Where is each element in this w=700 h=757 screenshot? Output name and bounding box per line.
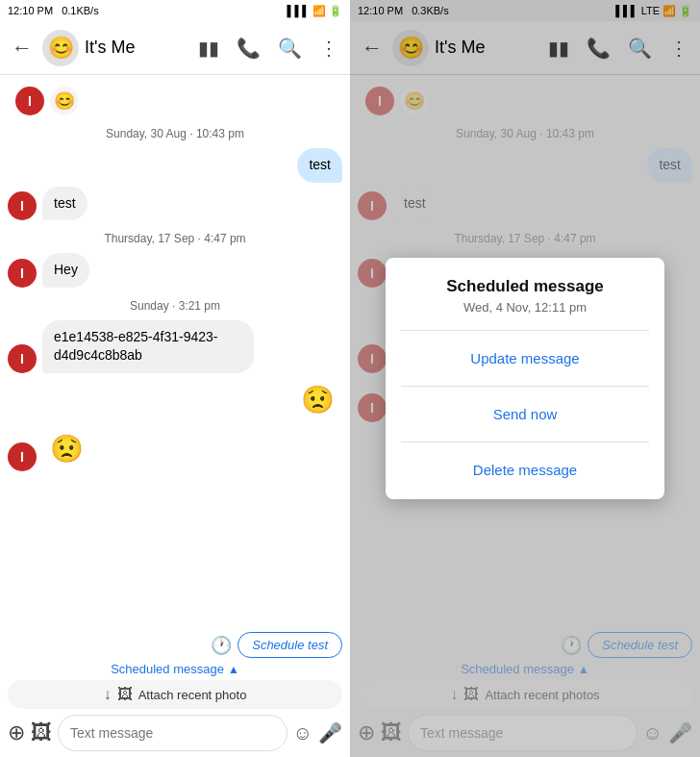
time-left: 12:10 PM [8, 5, 53, 16]
dialog-divider-2 [401, 386, 649, 387]
dialog-subtitle: Wed, 4 Nov, 12:11 pm [463, 300, 587, 315]
battery-icon: 🔋 [329, 5, 342, 17]
left-panel: 12:10 PM 0.1KB/s ▌▌▌ 📶 🔋 ← 😊 It's Me ▮▮ … [0, 0, 350, 757]
input-row-left: ⊕ 🖼 ☺ 🎤 [8, 715, 342, 751]
bubble-hey-left: Hey [42, 253, 89, 288]
msg-test-in-left: I test [8, 187, 342, 221]
emoji-icon-left[interactable]: ☺ [293, 722, 312, 744]
data-speed-left: 0.1KB/s [62, 5, 99, 16]
status-bar-left: 12:10 PM 0.1KB/s ▌▌▌ 📶 🔋 [0, 0, 350, 21]
msg-avatar-4-left: I [8, 442, 37, 471]
wifi-icon: 📶 [312, 5, 326, 17]
search-icon-left[interactable]: 🔍 [274, 33, 306, 63]
msg-emoji-in-left: I 😟 [8, 426, 342, 471]
attach-text-left: Attach recent photo [138, 688, 247, 702]
more-icon-left[interactable]: ⋮ [315, 33, 342, 63]
attach-row-left[interactable]: ↓ 🖼 Attach recent photo [8, 680, 342, 709]
date-sep-1-left: Sunday, 30 Aug · 10:43 pm [8, 127, 342, 140]
bubble-uuid-left: e1e14538-e825-4f31-9423-d4d9c4c8b8ab [42, 320, 254, 373]
back-button-left[interactable]: ← [8, 32, 37, 64]
video-icon-left[interactable]: ▮▮ [194, 33, 223, 63]
dialog-send-btn[interactable]: Send now [401, 394, 649, 434]
scheduled-text-left: Scheduled message [111, 662, 224, 676]
bottom-area-left: 🕐 Schedule test Scheduled message ▲ ↓ 🖼 … [0, 628, 350, 757]
attach-photo-icon-left: 🖼 [117, 686, 133, 703]
date-sep-2-left: Thursday, 17 Sep · 4:47 pm [8, 232, 342, 245]
dialog-divider-1 [401, 330, 649, 331]
signal-icon: ▌▌▌ [288, 5, 310, 16]
phone-icon-left[interactable]: 📞 [233, 33, 264, 63]
msg-uuid-left: I e1e14538-e825-4f31-9423-d4d9c4c8b8ab [8, 320, 342, 373]
msg-emoji-out-left: 😟 [8, 377, 342, 422]
attach-down-icon-left: ↓ [104, 686, 112, 703]
mic-icon-left[interactable]: 🎤 [318, 721, 342, 744]
schedule-chip-left[interactable]: Schedule test [238, 632, 342, 658]
text-input-left[interactable] [58, 715, 288, 751]
dialog-divider-3 [401, 442, 649, 442]
bubble-test-in-left: test [42, 187, 88, 221]
bubble-emoji-in-left: 😟 [42, 426, 91, 471]
msg-hey-left: I Hey [8, 253, 342, 288]
msg-avatar-3-left: I [8, 344, 37, 373]
topbar-left: ← 😊 It's Me ▮▮ 📞 🔍 ⋮ [0, 21, 350, 75]
avatar-left: 😊 [42, 30, 79, 66]
dialog-update-btn[interactable]: Update message [401, 339, 649, 378]
overlay-bg: Scheduled message Wed, 4 Nov, 12:11 pm U… [350, 0, 700, 757]
emoji-avatar-left: 😊 [50, 87, 79, 115]
topbar-icons-left: ▮▮ 📞 🔍 ⋮ [194, 33, 342, 63]
msg-test-out-left: test [8, 148, 342, 183]
clock-icon-left: 🕐 [211, 635, 232, 656]
gif-icon-left[interactable]: 🖼 [31, 720, 52, 745]
contact-avatar-left: I [15, 87, 44, 115]
scheduled-dialog: Scheduled message Wed, 4 Nov, 12:11 pm U… [386, 258, 664, 499]
bubble-test-out-left: test [297, 148, 342, 183]
scheduled-arrow-left: ▲ [228, 663, 239, 676]
messages-left: I 😊 Sunday, 30 Aug · 10:43 pm test I tes… [0, 75, 350, 628]
bubble-emoji-out-left: 😟 [293, 377, 342, 422]
chip-row-left: 🕐 Schedule test [8, 632, 342, 658]
top-avatars-left: I 😊 [8, 83, 342, 115]
msg-avatar-2-left: I [8, 259, 37, 288]
dialog-title: Scheduled message [446, 277, 603, 296]
msg-avatar-1-left: I [8, 191, 37, 220]
dialog-delete-btn[interactable]: Delete message [401, 450, 649, 490]
scheduled-row-left[interactable]: Scheduled message ▲ [8, 662, 342, 676]
add-icon-left[interactable]: ⊕ [8, 720, 25, 745]
topbar-title-left: It's Me [85, 38, 188, 58]
right-panel: 12:10 PM 0.3KB/s ▌▌▌ LTE 📶 🔋 ← 😊 It's Me… [350, 0, 700, 757]
date-sep-3-left: Sunday · 3:21 pm [8, 299, 342, 313]
